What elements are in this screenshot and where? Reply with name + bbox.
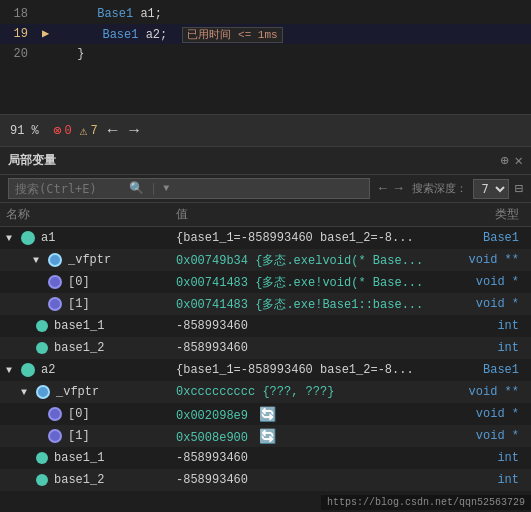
- ptr-icon: [48, 429, 62, 443]
- var-name: _vfptr: [68, 253, 111, 267]
- refresh-icon[interactable]: 🔄: [259, 429, 276, 445]
- time-label: 已用时间 <= 1ms: [187, 29, 277, 41]
- row-type-a1: Base1: [440, 231, 525, 245]
- table-header: 名称 值 类型: [0, 203, 531, 227]
- line-content-18: Base1 a1;: [46, 7, 531, 21]
- row-name-vfptr1: ▶ [1]: [6, 297, 176, 311]
- table-row[interactable]: ▶ [0] 0x00741483 {多态.exe!void(* Base... …: [0, 271, 531, 293]
- row-value-base1_2: -858993460: [176, 341, 440, 355]
- error-badge[interactable]: ⊗ 0: [53, 122, 72, 139]
- var-name: base1_1: [54, 451, 104, 465]
- panel-title: 局部变量: [8, 152, 56, 169]
- expand-arrow[interactable]: ▶: [33, 276, 45, 288]
- row-name-a2-base1_2: ▶ base1_2: [6, 473, 176, 487]
- expand-arrow[interactable]: ▼: [6, 233, 18, 244]
- row-type-base1_2: int: [440, 341, 525, 355]
- ptr-icon: [48, 275, 62, 289]
- row-type-a2-base1_1: int: [440, 451, 525, 465]
- table-row[interactable]: ▼ _vfptr 0x00749b34 {多态.exelvoid(* Base.…: [0, 249, 531, 271]
- expand-arrow: ▶: [33, 408, 45, 420]
- row-name-a2-vfptr0: ▶ [0]: [6, 407, 176, 421]
- search-input[interactable]: [15, 182, 125, 196]
- line-content-19: Base1 a2; 已用时间 <= 1ms: [51, 27, 531, 42]
- vfptr-icon: [48, 253, 62, 267]
- table-row[interactable]: ▼ a1 {base1_1=-858993460 base1_2=-8... B…: [0, 227, 531, 249]
- code-line-20: 20 }: [0, 44, 531, 64]
- depth-select[interactable]: 7 1 2 3 4 5 6 8 9 10: [473, 179, 509, 199]
- table-row[interactable]: ▶ [0] 0x002098e9 🔄 void *: [0, 403, 531, 425]
- search-dropdown-icon[interactable]: ▼: [163, 183, 169, 194]
- table-row[interactable]: ▶ base1_2 -858993460 int: [0, 337, 531, 359]
- debug-tooltip: 已用时间 <= 1ms: [182, 27, 282, 43]
- search-input-wrapper[interactable]: 🔍 | ▼: [8, 178, 370, 199]
- row-name-vfptr0: ▶ [0]: [6, 275, 176, 289]
- field-icon: [36, 452, 48, 464]
- table-row[interactable]: ▶ [1] 0x5008e900 🔄 void *: [0, 425, 531, 447]
- vfptr-icon: [36, 385, 50, 399]
- row-value-a1: {base1_1=-858993460 base1_2=-8...: [176, 231, 440, 245]
- row-name-a2-vfptr1: ▶ [1]: [6, 429, 176, 443]
- search-back-button[interactable]: ←: [376, 180, 390, 197]
- table-row[interactable]: ▼ _vfptr 0xccccccccc {???, ???} void **: [0, 381, 531, 403]
- nav-back-button[interactable]: ←: [106, 122, 120, 140]
- refresh-icon[interactable]: 🔄: [259, 407, 276, 423]
- table-row[interactable]: ▶ base1_1 -858993460 int: [0, 447, 531, 469]
- pin-icon[interactable]: ⊕: [500, 152, 508, 169]
- search-forward-button[interactable]: →: [392, 180, 406, 197]
- obj-icon: [21, 231, 35, 245]
- field-icon: [36, 474, 48, 486]
- row-value-a2-vfptr1: 0x5008e900 🔄: [176, 428, 440, 445]
- col-type-header: 类型: [440, 206, 525, 223]
- table-row[interactable]: ▶ base1_1 -858993460 int: [0, 315, 531, 337]
- var-name: base1_2: [54, 473, 104, 487]
- table-row[interactable]: ▼ a2 {base1_1=-858993460 base1_2=-8... B…: [0, 359, 531, 381]
- row-name-base1_1: ▶ base1_1: [6, 319, 176, 333]
- row-name-a2-vfptr: ▼ _vfptr: [6, 385, 176, 399]
- row-value-base1_1: -858993460: [176, 319, 440, 333]
- zoom-level: 91 %: [10, 124, 45, 138]
- row-type-vfptr1: void *: [440, 297, 525, 311]
- row-value-a2-vfptr0: 0x002098e9 🔄: [176, 406, 440, 423]
- expand-arrow[interactable]: ▼: [21, 387, 33, 398]
- line-number-19: 19: [0, 27, 38, 41]
- line-number-18: 18: [0, 7, 38, 21]
- var-name: [1]: [68, 429, 90, 443]
- row-type-vfptr: void **: [440, 253, 525, 267]
- toolbar: 91 % ⊗ 0 ⚠ 7 ← →: [0, 115, 531, 147]
- row-type-a2-vfptr: void **: [440, 385, 525, 399]
- nav-forward-button[interactable]: →: [127, 122, 141, 140]
- var-name: [0]: [68, 275, 90, 289]
- row-value-vfptr1: 0x00741483 {多态.exe!Base1::base...: [176, 296, 440, 313]
- warning-icon: ⚠: [80, 123, 88, 139]
- code-editor: 18 Base1 a1; 19 ▶ Base1 a2; 已用时间 <= 1ms …: [0, 0, 531, 115]
- field-icon: [36, 342, 48, 354]
- table-row[interactable]: ▶ base1_2 -858993460 int: [0, 469, 531, 491]
- var-name: a2: [41, 363, 55, 377]
- row-name-base1_2: ▶ base1_2: [6, 341, 176, 355]
- watermark: https://blog.csdn.net/qqn52563729: [321, 495, 531, 510]
- row-name-vfptr: ▼ _vfptr: [6, 253, 176, 267]
- search-bar: 🔍 | ▼ ← → 搜索深度： 7 1 2 3 4 5 6 8 9 10 ⊟: [0, 175, 531, 203]
- expand-arrow[interactable]: ▼: [6, 365, 18, 376]
- field-icon: [36, 320, 48, 332]
- expand-arrow: ▶: [33, 430, 45, 442]
- obj-icon: [21, 363, 35, 377]
- table-body: ▼ a1 {base1_1=-858993460 base1_2=-8... B…: [0, 227, 531, 512]
- var-name: [1]: [68, 297, 90, 311]
- expand-arrow: ▶: [33, 298, 45, 310]
- panel-header: 局部变量 ⊕ ✕: [0, 147, 531, 175]
- table-row[interactable]: ▶ [1] 0x00741483 {多态.exe!Base1::base... …: [0, 293, 531, 315]
- var-name: base1_2: [54, 341, 104, 355]
- filter-icon[interactable]: ⊟: [515, 180, 523, 197]
- error-count: 0: [64, 124, 71, 138]
- ptr-icon: [48, 407, 62, 421]
- expand-arrow[interactable]: ▼: [33, 255, 45, 266]
- panel-controls: ⊕ ✕: [500, 152, 523, 169]
- expand-arrow: ▶: [21, 474, 33, 486]
- warning-count: 7: [90, 124, 97, 138]
- search-magnify-icon: 🔍: [129, 181, 144, 196]
- row-name-a2: ▼ a2: [6, 363, 176, 377]
- warning-badge[interactable]: ⚠ 7: [80, 123, 98, 139]
- search-navigation: ← →: [376, 180, 406, 197]
- close-icon[interactable]: ✕: [515, 152, 523, 169]
